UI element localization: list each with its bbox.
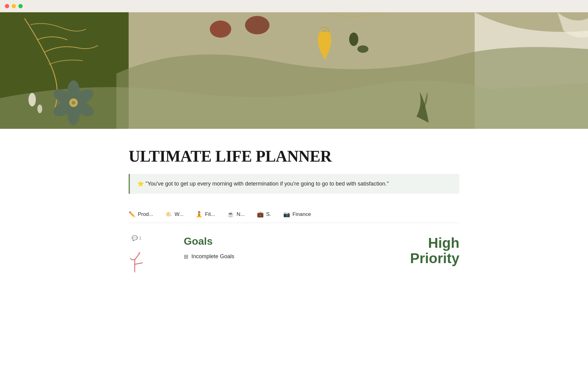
svg-point-15	[357, 45, 368, 53]
priority-high: High	[410, 235, 459, 251]
productivity-icon: ✏️	[129, 211, 135, 218]
bottom-section: 💬 1 Goals	[129, 223, 459, 275]
quote-content: "You've got to get up every morning with…	[145, 181, 389, 187]
nutrition-icon: ☕	[227, 211, 234, 218]
table-icon: ⊞	[184, 253, 188, 260]
tab-fitness-label: Fit...	[205, 211, 215, 217]
goals-section: Goals ⊞ Incomplete Goals	[184, 235, 234, 260]
page-title: ULTIMATE LIFE PLANNER	[129, 147, 459, 165]
schedule-icon: 💼	[257, 211, 264, 218]
maximize-button[interactable]	[18, 4, 23, 8]
tab-schedule[interactable]: 💼 S.	[254, 209, 281, 220]
svg-point-10	[28, 93, 36, 106]
tab-productivity[interactable]: ✏️ Prod...	[129, 209, 163, 220]
tab-productivity-label: Prod...	[138, 211, 153, 217]
svg-point-11	[37, 105, 42, 113]
priority-label: High Priority	[410, 235, 459, 266]
nav-tabs: ✏️ Prod... 🌤️ W... 🧘 Fit... ☕ N... 💼 S. …	[129, 209, 459, 223]
page-container: ULTIMATE LIFE PLANNER ⭐ "You've got to g…	[0, 12, 588, 287]
incomplete-goals-label: Incomplete Goals	[191, 253, 234, 260]
page-content: ULTIMATE LIFE PLANNER ⭐ "You've got to g…	[80, 129, 508, 287]
tab-wellness-label: W...	[175, 211, 183, 217]
quote-block: ⭐ "You've got to get up every morning wi…	[129, 174, 459, 194]
tab-finance[interactable]: 📷 Finance	[281, 209, 321, 220]
left-area: 💬 1 Goals	[129, 235, 234, 275]
hero-banner	[0, 12, 588, 129]
wellness-icon: 🌤️	[165, 211, 172, 218]
svg-point-12	[210, 21, 231, 38]
tab-fitness[interactable]: 🧘 Fit...	[193, 209, 225, 220]
svg-point-9	[72, 101, 75, 105]
comment-icon: 💬	[132, 235, 138, 241]
thumbnail-area: 💬 1	[129, 235, 172, 275]
close-button[interactable]	[5, 4, 9, 8]
svg-point-16	[138, 252, 140, 254]
comment-count: 1	[139, 236, 141, 240]
finance-icon: 📷	[283, 211, 290, 218]
svg-point-13	[245, 16, 270, 34]
window-chrome	[0, 0, 588, 12]
priority-word: Priority	[410, 251, 459, 266]
tab-wellness[interactable]: 🌤️ W...	[163, 209, 193, 220]
tab-nutrition[interactable]: ☕ N...	[225, 209, 254, 220]
tab-nutrition-label: N...	[236, 211, 244, 217]
svg-point-14	[349, 33, 358, 46]
tab-schedule-label: S.	[266, 211, 271, 217]
fitness-icon: 🧘	[196, 211, 202, 218]
comment-badge: 💬 1	[132, 235, 141, 241]
incomplete-goals-row[interactable]: ⊞ Incomplete Goals	[184, 253, 234, 260]
thumbnail-sketch	[129, 244, 165, 275]
priority-section: High Priority	[410, 235, 459, 266]
quote-emoji: ⭐	[137, 181, 144, 187]
goals-title: Goals	[184, 235, 234, 247]
tab-finance-label: Finance	[292, 211, 311, 217]
quote-text: ⭐ "You've got to get up every morning wi…	[137, 181, 389, 187]
minimize-button[interactable]	[12, 4, 16, 8]
